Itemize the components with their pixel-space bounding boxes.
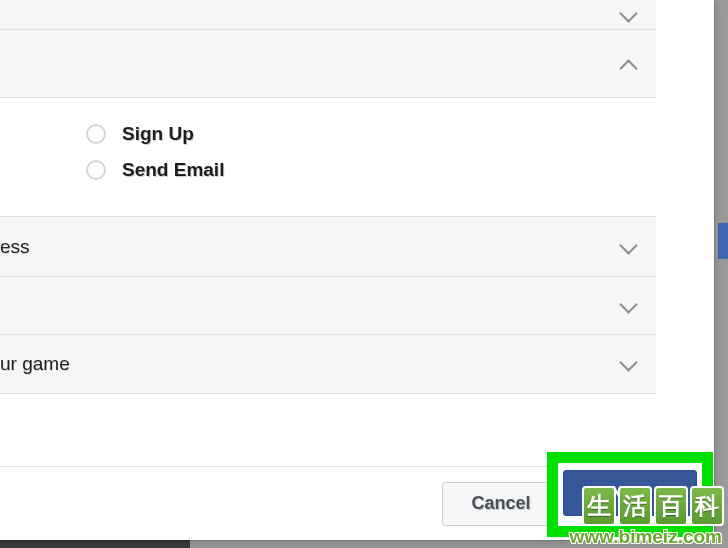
radio-option-signup[interactable]: Sign Up [86,116,656,152]
radio-option-sendemail[interactable]: Send Email [86,152,656,188]
cancel-button[interactable]: Cancel [442,482,560,526]
section-row-2[interactable]: ess [0,217,656,277]
next-button-overlay[interactable]: Next [563,470,697,516]
chevron-up-icon [618,54,638,74]
chevron-down-icon [618,5,638,25]
section-label: ess [0,236,30,258]
radio-icon [86,124,106,144]
section-row-4[interactable]: ur game [0,335,656,394]
radio-icon [86,160,106,180]
chevron-down-icon [618,354,638,374]
chevron-down-icon [618,237,638,257]
cta-options-group: Sign Up Send Email [0,98,656,217]
radio-label: Sign Up [122,123,194,145]
button-label: Cancel [471,493,530,514]
chevron-down-icon [618,296,638,316]
background-blue-button-edge [718,223,728,259]
dialog-modal: Sign Up Send Email ess ur game Cancel [0,0,714,540]
section-row-3[interactable] [0,277,656,335]
settings-panel: Sign Up Send Email ess ur game [0,0,656,394]
section-label: ur game [0,353,70,375]
button-label: Next [610,483,649,504]
dark-bottom-strip [0,540,190,548]
radio-label: Send Email [122,159,224,181]
section-row-1[interactable] [0,30,656,98]
section-row-0[interactable] [0,0,656,30]
